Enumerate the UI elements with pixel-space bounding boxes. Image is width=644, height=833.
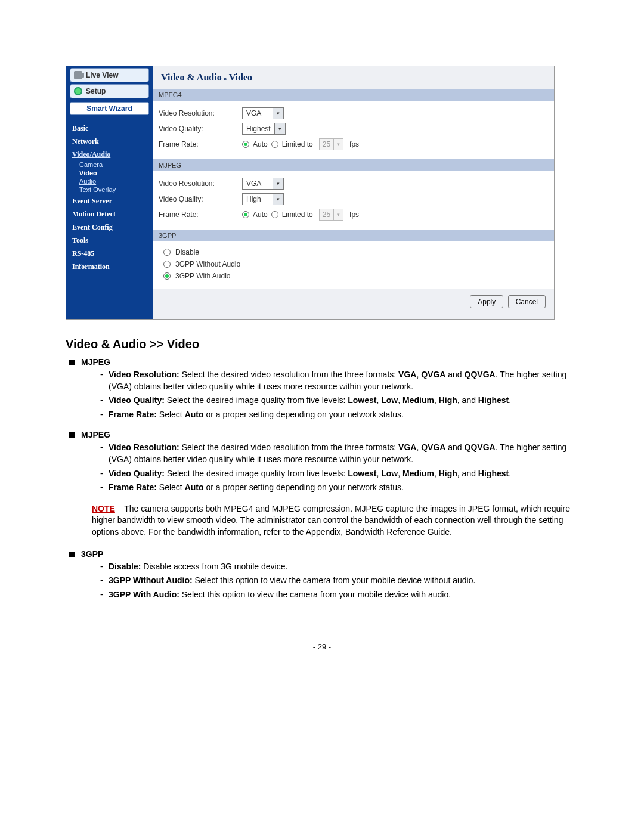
mjpeg-fps-select: 25 ▾ — [319, 209, 343, 221]
mjpeg-auto-label: Auto — [253, 210, 268, 219]
mpeg4-res-value: VGA — [243, 109, 273, 117]
documentation-text: Video & Audio >> Video MJPEG Video Resol… — [66, 337, 578, 600]
3gpp-disable-label: Disable — [175, 248, 199, 256]
3gpp-without-radio[interactable] — [163, 261, 171, 268]
nav-event-server[interactable]: Event Server — [66, 194, 153, 207]
chevron-down-icon: ▾ — [333, 139, 343, 150]
mjpeg-fps-value: 25 — [320, 210, 333, 219]
doc-note: NOTE The camera supports both MPEG4 and … — [92, 503, 578, 538]
main-panel: Video & Audio » Video MPEG4 Video Resolu… — [153, 66, 554, 319]
mpeg4-qual-value: Highest — [243, 125, 274, 133]
mjpeg-body: Video Resolution: VGA ▾ Video Quality: H… — [153, 171, 554, 230]
mjpeg-res-value: VGA — [243, 179, 273, 188]
mjpeg-limited-radio[interactable] — [271, 211, 278, 218]
mpeg4-qual-label: Video Quality: — [159, 125, 242, 133]
mjpeg-fps-unit: fps — [349, 210, 359, 219]
live-view-label: Live View — [86, 71, 118, 79]
sidebar: Live View Setup Smart Wizard Basic Netwo… — [66, 66, 153, 319]
chevron-down-icon: ▾ — [333, 209, 343, 220]
admin-ui-screenshot: Live View Setup Smart Wizard Basic Netwo… — [66, 66, 555, 320]
doc-mjpeg1-res: Video Resolution: Select the desired vid… — [100, 369, 578, 392]
cancel-button[interactable]: Cancel — [508, 295, 546, 308]
doc-3gpp-disable: Disable: Disable access from 3G mobile d… — [100, 561, 578, 573]
nav-tools[interactable]: Tools — [66, 233, 153, 246]
mpeg4-res-label: Video Resolution: — [159, 109, 242, 117]
doc-mjpeg2-qual: Video Quality: Select the desired image … — [100, 468, 578, 480]
3gpp-with-label: 3GPP With Audio — [175, 272, 231, 280]
mjpeg-qual-label: Video Quality: — [159, 195, 242, 203]
chevron-down-icon: ▾ — [273, 108, 283, 119]
mpeg4-auto-label: Auto — [253, 140, 268, 148]
chevron-down-icon: ▾ — [273, 194, 283, 205]
doc-mjpeg2-heading: MJPEG — [81, 430, 578, 439]
3gpp-body: Disable 3GPP Without Audio 3GPP With Aud… — [153, 241, 554, 289]
doc-3gpp-with: 3GPP With Audio: Select this option to v… — [100, 589, 578, 601]
3gpp-disable-radio[interactable] — [163, 249, 171, 256]
page-title: Video & Audio » Video — [153, 66, 554, 89]
mjpeg-header: MJPEG — [153, 159, 554, 171]
chevron-down-icon: ▾ — [274, 123, 285, 134]
setup-button[interactable]: Setup — [70, 84, 149, 98]
mjpeg-res-select[interactable]: VGA ▾ — [242, 178, 284, 190]
doc-mjpeg1-heading: MJPEG — [81, 357, 578, 367]
doc-mjpeg2-rate: Frame Rate: Select Auto or a proper sett… — [100, 482, 578, 494]
doc-mjpeg2-res: Video Resolution: Select the desired vid… — [100, 442, 578, 465]
smart-wizard-link[interactable]: Smart Wizard — [70, 102, 149, 115]
chevron-down-icon: ▾ — [273, 178, 283, 189]
setup-label: Setup — [86, 87, 106, 95]
live-view-button[interactable]: Live View — [70, 68, 149, 82]
doc-3gpp-without: 3GPP Without Audio: Select this option t… — [100, 575, 578, 587]
page-number: - 29 - — [66, 642, 578, 651]
doc-mjpeg1-rate: Frame Rate: Select Auto or a proper sett… — [100, 409, 578, 421]
gear-icon — [74, 87, 82, 95]
mpeg4-fps-value: 25 — [320, 140, 333, 148]
mpeg4-auto-radio[interactable] — [242, 141, 249, 148]
3gpp-with-radio[interactable] — [163, 272, 171, 280]
button-bar: Apply Cancel — [153, 289, 554, 308]
subnav-audio[interactable]: Audio — [66, 177, 153, 185]
subnav-video[interactable]: Video — [66, 169, 153, 177]
subnav-text-overlay[interactable]: Text Overlay — [66, 185, 153, 194]
mjpeg-qual-value: High — [243, 195, 273, 203]
doc-heading: Video & Audio >> Video — [66, 337, 578, 351]
mjpeg-auto-radio[interactable] — [242, 211, 249, 218]
mjpeg-limited-label: Limited to — [282, 210, 313, 219]
mjpeg-rate-label: Frame Rate: — [159, 210, 242, 219]
mpeg4-fps-select: 25 ▾ — [319, 138, 343, 150]
note-label: NOTE — [92, 504, 115, 513]
apply-button[interactable]: Apply — [470, 295, 503, 308]
mpeg4-body: Video Resolution: VGA ▾ Video Quality: H… — [153, 101, 554, 159]
mpeg4-fps-unit: fps — [349, 140, 359, 148]
mpeg4-rate-label: Frame Rate: — [159, 140, 242, 148]
mjpeg-res-label: Video Resolution: — [159, 179, 242, 188]
nav-information[interactable]: Information — [66, 259, 153, 272]
nav-video-audio[interactable]: Video/Audio — [66, 147, 153, 160]
mpeg4-header: MPEG4 — [153, 89, 554, 101]
doc-3gpp-heading: 3GPP — [81, 549, 578, 559]
3gpp-without-label: 3GPP Without Audio — [175, 260, 240, 268]
camera-icon — [74, 71, 82, 79]
nav-rs485[interactable]: RS-485 — [66, 246, 153, 259]
title-sub: Video — [229, 72, 252, 82]
subnav-camera[interactable]: Camera — [66, 160, 153, 169]
nav-event-config[interactable]: Event Config — [66, 220, 153, 233]
mpeg4-res-select[interactable]: VGA ▾ — [242, 107, 284, 119]
mpeg4-limited-label: Limited to — [282, 140, 313, 148]
mjpeg-qual-select[interactable]: High ▾ — [242, 193, 284, 205]
nav-basic[interactable]: Basic — [66, 121, 153, 134]
mpeg4-qual-select[interactable]: Highest ▾ — [242, 123, 286, 135]
note-text: The camera supports both MPEG4 and MJPEG… — [92, 504, 570, 537]
nav-motion-detect[interactable]: Motion Detect — [66, 207, 153, 220]
nav-network[interactable]: Network — [66, 134, 153, 147]
doc-mjpeg1-qual: Video Quality: Select the desired image … — [100, 395, 578, 407]
3gpp-header: 3GPP — [153, 230, 554, 241]
title-sep: » — [222, 74, 229, 82]
title-main: Video & Audio — [161, 72, 222, 82]
mpeg4-limited-radio[interactable] — [271, 141, 278, 148]
